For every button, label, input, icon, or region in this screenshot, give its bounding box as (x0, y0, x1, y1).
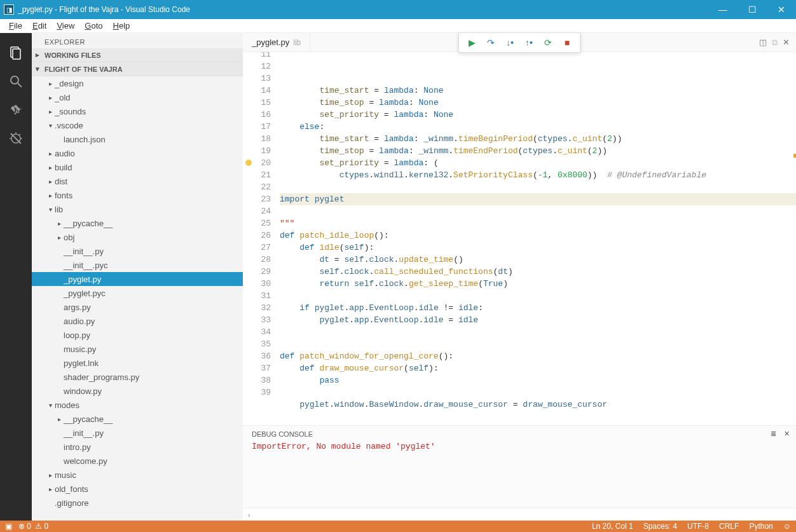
folder-row[interactable]: ▸music (32, 468, 243, 482)
working-files-header[interactable]: ▸ WORKING FILES (32, 48, 243, 62)
code-line[interactable]: if pyglet.app.EventLoop.idle != idle: (280, 302, 796, 314)
status-errors[interactable]: ⊗ 0 (18, 522, 31, 531)
debug-step-over-button[interactable]: ↷ (482, 36, 500, 50)
code-line[interactable] (280, 326, 796, 338)
code-line[interactable] (280, 411, 796, 423)
status-indentation[interactable]: Spaces: 4 (643, 522, 677, 531)
code-line[interactable]: patch_idle_loop() (280, 423, 796, 425)
status-feedback-icon[interactable]: ☺ (783, 522, 791, 531)
menu-edit[interactable]: Edit (27, 20, 51, 32)
file-row[interactable]: _pyglet.pyc (32, 286, 243, 300)
activity-debug[interactable] (0, 124, 32, 153)
status-language[interactable]: Python (749, 522, 772, 531)
debug-stop-button[interactable]: ■ (558, 36, 576, 50)
code-line[interactable]: def draw_mouse_cursor(self): (280, 362, 796, 374)
code-line[interactable] (280, 338, 796, 350)
split-editor-icon[interactable]: ◫ (759, 38, 767, 47)
statusbar: ▣ ⊗ 0 ⚠ 0 Ln 20, Col 1 Spaces: 4 UTF-8 C… (0, 521, 796, 532)
file-row[interactable]: audio.py (32, 314, 243, 328)
folder-row[interactable]: ▸__pycache__ (32, 412, 243, 426)
folder-row[interactable]: ▾.vscode (32, 118, 243, 132)
code-line[interactable]: return self.clock.get_sleep_time(True) (280, 278, 796, 290)
panel-close-icon[interactable]: ✕ (784, 430, 790, 438)
code-line[interactable]: set_priority = lambda: ( (280, 157, 796, 169)
folder-row[interactable]: ▾lib (32, 202, 243, 216)
debug-restart-button[interactable]: ⟳ (539, 36, 557, 50)
code-line[interactable]: pyglet.app.EventLoop.idle = idle (280, 314, 796, 326)
tab-active[interactable]: _pyglet.py lib (243, 34, 310, 51)
file-row[interactable]: args.py (32, 300, 243, 314)
code-line[interactable]: """ (280, 217, 796, 229)
activity-git[interactable] (0, 95, 32, 124)
debug-step-into-button[interactable]: ↓• (501, 36, 519, 50)
folder-row[interactable]: ▾modes (32, 398, 243, 412)
menu-file[interactable]: File (4, 20, 27, 32)
menu-view[interactable]: View (51, 20, 79, 32)
status-debug-icon[interactable]: ▣ (5, 522, 12, 531)
folder-row[interactable]: ▸obj (32, 230, 243, 244)
folder-row[interactable]: ▸fonts (32, 188, 243, 202)
code-line[interactable]: dt = self.clock.update_time() (280, 254, 796, 266)
code-line[interactable]: import pyglet (280, 193, 796, 205)
close-editor-icon[interactable]: ✕ (783, 38, 790, 47)
status-eol[interactable]: CRLF (719, 522, 739, 531)
breadcrumb[interactable]: › (243, 508, 796, 521)
file-row[interactable]: shader_programs.py (32, 370, 243, 384)
code-line[interactable]: else: (280, 121, 796, 133)
file-row[interactable]: welcome.py (32, 454, 243, 468)
debug-continue-button[interactable]: ▶ (463, 36, 481, 50)
code-line[interactable] (280, 205, 796, 217)
code-line[interactable]: def patch_window_for_opengl_core(): (280, 350, 796, 362)
code-editor[interactable]: 1112131415161718192021222324252627282930… (243, 52, 796, 425)
code-line[interactable]: time_start = lambda: None (280, 85, 796, 97)
file-row[interactable]: __init__.pyc (32, 258, 243, 272)
activity-search[interactable] (0, 67, 32, 95)
folder-row[interactable]: ▸__pycache__ (32, 216, 243, 230)
code-line[interactable] (280, 386, 796, 399)
code-line[interactable] (280, 290, 796, 302)
status-encoding[interactable]: UTF-8 (687, 522, 709, 531)
menu-goto[interactable]: Goto (79, 20, 107, 32)
close-button[interactable]: ✕ (767, 0, 796, 19)
folder-row[interactable]: ▸dist (32, 174, 243, 188)
file-row[interactable]: __init__.py (32, 426, 243, 440)
file-row[interactable]: __init__.py (32, 244, 243, 258)
code-line[interactable]: time_stop = lambda: _winmm.timeEndPeriod… (280, 145, 796, 157)
code-line[interactable]: self.clock.call_scheduled_functions(dt) (280, 266, 796, 278)
file-row[interactable]: window.py (32, 384, 243, 398)
show-opened-editors-icon[interactable]: ⧉ (772, 38, 778, 48)
code-line[interactable]: ctypes.windll.kernel32.SetPriorityClass(… (280, 169, 796, 181)
status-cursor-pos[interactable]: Ln 20, Col 1 (592, 522, 633, 531)
minimize-button[interactable]: — (708, 0, 738, 19)
breakpoint-warning-icon[interactable] (245, 160, 252, 166)
code-line[interactable]: def idle(self): (280, 242, 796, 254)
code-line[interactable]: time_stop = lambda: None (280, 97, 796, 109)
folder-row[interactable]: ▸old_fonts (32, 482, 243, 496)
code-line[interactable]: def patch_idle_loop(): (280, 229, 796, 242)
code-line[interactable]: time_start = lambda: _winmm.timeBeginPer… (280, 133, 796, 145)
file-row[interactable]: launch.json (32, 132, 243, 146)
code-content[interactable]: time_start = lambda: None time_stop = la… (280, 52, 796, 425)
status-warnings[interactable]: ⚠ 0 (35, 522, 48, 531)
code-line[interactable]: set_priority = lambda: None (280, 109, 796, 121)
folder-row[interactable]: ▸audio (32, 146, 243, 160)
file-row[interactable]: _pyglet.py (32, 272, 243, 286)
file-row[interactable]: music.py (32, 342, 243, 356)
project-header[interactable]: ▾ FLIGHT OF THE VAJRA (32, 62, 243, 76)
code-line[interactable]: pass (280, 374, 796, 386)
panel-filter-icon[interactable]: ≣ (771, 430, 776, 438)
folder-row[interactable]: ▸_design (32, 76, 243, 90)
file-row[interactable]: loop.py (32, 328, 243, 342)
folder-row[interactable]: ▸build (32, 160, 243, 174)
file-row[interactable]: .gitignore (32, 496, 243, 510)
code-line[interactable] (280, 181, 796, 193)
debug-step-out-button[interactable]: ↑• (520, 36, 538, 50)
file-row[interactable]: pyglet.lnk (32, 356, 243, 370)
folder-row[interactable]: ▸_old (32, 90, 243, 104)
code-line[interactable]: pyglet.window.BaseWindow.draw_mouse_curs… (280, 399, 796, 411)
folder-row[interactable]: ▸_sounds (32, 104, 243, 118)
menu-help[interactable]: Help (108, 20, 135, 32)
maximize-button[interactable]: ☐ (738, 0, 767, 19)
file-row[interactable]: intro.py (32, 440, 243, 454)
activity-explorer[interactable] (0, 38, 32, 67)
